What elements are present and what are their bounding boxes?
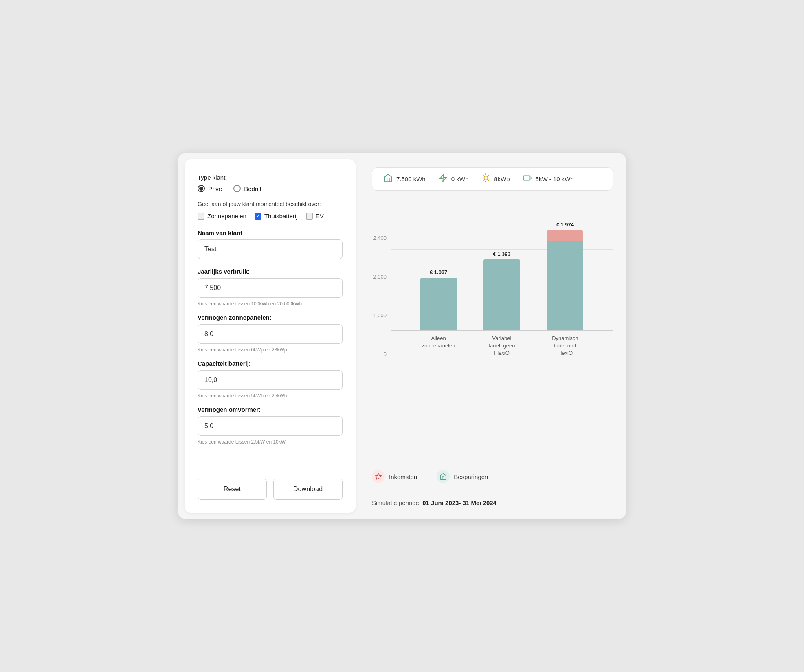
stat-verbruik-value: 7.500 kWh [396,176,426,182]
reset-button[interactable]: Reset [198,479,267,500]
stat-verbruik: 7.500 kWh [384,173,426,184]
stat-batterij: 5kW - 10 kWh [523,173,574,184]
verbruik-label: Jaarlijks verbruik: [198,268,343,275]
bar-2: € 1.393 [483,251,520,330]
left-panel: Type klant: Privé Bedrijf Geef aan of jo… [185,159,356,513]
lightning-icon [439,173,448,184]
chart-area: 0 1,000 2,000 2,400 [372,200,613,450]
checkbox-box-ev [306,213,313,220]
legend-besparingen-label: Besparingen [454,473,488,480]
simulatie-date: 01 Juni 2023- 31 Mei 2024 [422,499,496,506]
x-label-3: Dynamischtarief metFlexiO [547,335,583,357]
capaciteit-field-group: Capaciteit batterij: Kies een waarde tus… [198,360,343,399]
omvormer-input[interactable] [198,416,343,436]
battery-icon [523,173,532,184]
vermogen-zon-hint: Kies een waarde tussen 0kWp en 23kWp [198,347,343,353]
checkbox-label-zonnepanelen: Zonnepanelen [207,213,246,220]
legend: Inkomsten Besparingen [372,470,613,483]
bar-3-stacked [547,230,583,330]
checkbox-thuisbatterij[interactable]: Thuisbatterij [255,213,298,220]
legend-besparingen: Besparingen [437,470,488,483]
right-panel: 7.500 kWh 0 kWh 8kWp 5kW - 10 kWh [362,153,626,519]
verbruik-input[interactable] [198,278,343,298]
bar-1-rect [420,278,457,330]
stat-zon-value: 8kWp [494,176,510,182]
simulatie-periode: Simulatie periode: 01 Juni 2023- 31 Mei … [372,499,613,506]
omvormer-hint: Kies een waarde tussen 2,5kW en 10kW [198,439,343,445]
naam-field-group: Naam van klant [198,229,343,261]
radio-prive[interactable]: Privé [198,185,222,192]
svg-line-7 [483,180,483,181]
radio-bedrijf[interactable]: Bedrijf [233,185,261,192]
checkbox-group: Zonnepanelen Thuisbatterij EV [198,213,343,220]
beschikt-label: Geef aan of jouw klant momenteel beschik… [198,200,343,209]
bar-3-value: € 1.974 [556,222,574,228]
legend-inkomsten: Inkomsten [372,470,417,483]
svg-point-0 [484,176,488,180]
bar-1: € 1.037 [420,269,457,330]
svg-line-3 [483,175,483,176]
sun-icon [481,173,490,184]
checkbox-label-ev: EV [316,213,324,220]
verbruik-hint: Kies een waarde tussen 100kWh en 20.000k… [198,301,343,307]
y-label-2000: 2,000 [372,274,387,280]
naam-input[interactable] [198,239,343,259]
svg-line-8 [488,175,489,176]
bar-2-value: € 1.393 [493,251,510,257]
svg-line-4 [488,180,489,181]
simulatie-prefix: Simulatie periode: [372,499,422,506]
vermogen-zon-field-group: Vermogen zonnepanelen: Kies een waarde t… [198,314,343,353]
checkbox-label-thuisbatterij: Thuisbatterij [264,213,298,220]
svg-rect-9 [523,176,530,180]
bar-3-salmon [547,230,583,241]
checkbox-box-zonnepanelen [198,213,204,220]
house-icon [384,173,393,184]
capaciteit-input[interactable] [198,370,343,390]
checkbox-box-thuisbatterij [255,213,261,220]
verbruik-field-group: Jaarlijks verbruik: Kies een waarde tuss… [198,268,343,307]
naam-label: Naam van klant [198,229,343,236]
radio-circle-prive [198,185,205,192]
bar-2-rect [483,259,520,330]
stat-batterij-value: 5kW - 10 kWh [536,176,574,182]
download-button[interactable]: Download [273,479,343,500]
bar-1-value: € 1.037 [430,269,447,275]
x-labels: Alleenzonnepanelen Variabeltarief, geenF… [391,331,613,357]
checkbox-ev[interactable]: EV [306,213,324,220]
stat-injectie-value: 0 kWh [451,176,469,182]
y-label-1000: 1,000 [372,312,387,318]
radio-group: Privé Bedrijf [198,185,343,192]
vermogen-zon-label: Vermogen zonnepanelen: [198,314,343,321]
vermogen-zon-input[interactable] [198,324,343,344]
button-row: Reset Download [198,467,343,500]
y-label-0: 0 [372,351,387,357]
x-label-2: Variabeltarief, geenFlexiO [483,335,520,357]
omvormer-label: Vermogen omvormer: [198,406,343,413]
checkbox-zonnepanelen[interactable]: Zonnepanelen [198,213,246,220]
legend-icon-inkomsten [372,470,385,483]
radio-circle-bedrijf [233,185,241,192]
y-label-2400: 2,400 [372,235,387,241]
type-klant-label: Type klant: [198,174,343,181]
stat-zon: 8kWp [481,173,510,184]
stat-injectie: 0 kWh [439,173,469,184]
radio-label-bedrijf: Bedrijf [244,185,261,192]
legend-icon-besparingen [437,470,450,483]
legend-inkomsten-label: Inkomsten [389,473,417,480]
capaciteit-label: Capaciteit batterij: [198,360,343,367]
radio-label-prive: Privé [208,185,222,192]
x-label-1: Alleenzonnepanelen [420,335,457,357]
bar-3-teal [547,241,583,330]
capaciteit-hint: Kies een waarde tussen 5kWh en 25kWh [198,393,343,399]
app-container: Type klant: Privé Bedrijf Geef aan of jo… [178,153,626,519]
omvormer-field-group: Vermogen omvormer: Kies een waarde tusse… [198,406,343,445]
stats-bar: 7.500 kWh 0 kWh 8kWp 5kW - 10 kWh [372,167,613,191]
bar-3: € 1.974 [547,222,583,330]
